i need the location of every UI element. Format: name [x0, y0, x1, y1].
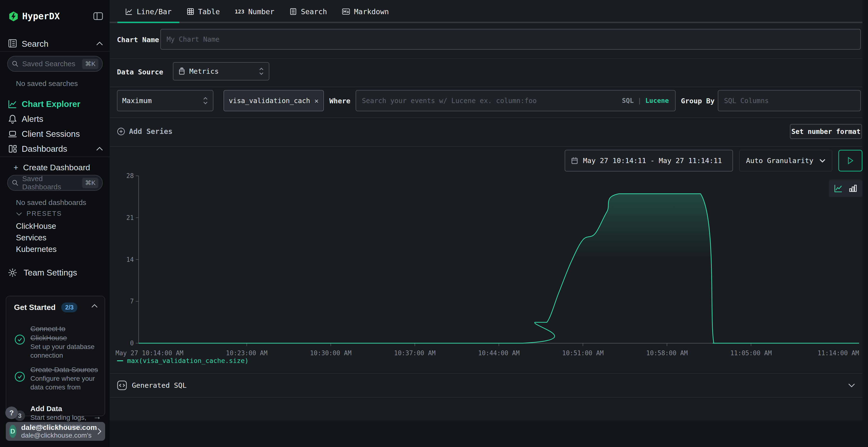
svg-text:10:37:00 AM: 10:37:00 AM	[394, 349, 435, 357]
brand-title: HyperDX	[22, 11, 60, 22]
svg-text:May 27 10:14:00 AM: May 27 10:14:00 AM	[116, 349, 184, 357]
markdown-icon	[342, 8, 350, 15]
generated-sql-row[interactable]: Generated SQL	[110, 373, 863, 398]
tab-search[interactable]: Search	[289, 0, 327, 23]
generated-sql-label: Generated SQL	[132, 381, 187, 389]
saved-dashboards-input[interactable]: Saved Dashboards ⌘K	[7, 175, 103, 191]
no-saved-searches-text: No saved searches	[16, 79, 78, 88]
preset-kubernetes[interactable]: Kubernetes	[16, 245, 57, 254]
sidebar-item-chart-explorer[interactable]: Chart Explorer	[0, 97, 110, 111]
tab-number[interactable]: 123 Number	[235, 0, 274, 23]
avatar: D	[9, 425, 17, 438]
plus-icon: +	[13, 163, 18, 172]
dashboards-grid-icon	[8, 144, 18, 153]
svg-text:10:30:00 AM: 10:30:00 AM	[310, 349, 351, 357]
svg-text:11:14:00 AM: 11:14:00 AM	[817, 349, 859, 357]
magnifier-icon	[11, 60, 19, 67]
shortcut-badge: ⌘K	[82, 178, 98, 188]
page-footer-area	[110, 421, 863, 447]
search-section-icon	[8, 38, 18, 48]
lang-separator: |	[638, 97, 641, 104]
dashboards-collapse-chevron-icon[interactable]	[96, 147, 103, 151]
svg-text:14: 14	[126, 256, 134, 263]
preset-services[interactable]: Services	[16, 233, 46, 242]
sidebar-item-alerts[interactable]: Alerts	[0, 112, 110, 126]
chart-name-input[interactable]	[160, 29, 861, 49]
divider	[110, 146, 863, 147]
sidebar-item-client-sessions[interactable]: Client Sessions	[0, 127, 110, 141]
app-root: HyperDX Search Saved Searches ⌘K No save…	[0, 0, 868, 447]
svg-text:11:05:00 AM: 11:05:00 AM	[730, 349, 772, 357]
remove-metric-icon[interactable]: ✕	[314, 97, 318, 105]
user-menu[interactable]: D dale@clickhouse.com dale@clickhouse.co…	[6, 422, 105, 441]
divider	[110, 117, 863, 118]
saved-dashboards-placeholder: Saved Dashboards	[22, 175, 82, 191]
svg-text:21: 21	[126, 214, 134, 221]
get-started-card: Get Started 2/3 Connect to ClickHouse Se…	[6, 296, 105, 416]
play-icon	[847, 157, 854, 165]
add-series-button[interactable]: Add Series	[117, 127, 173, 136]
svg-text:10:44:00 AM: 10:44:00 AM	[478, 349, 520, 357]
line-chart-icon	[8, 99, 18, 109]
get-started-collapse-chevron-icon[interactable]	[91, 304, 98, 308]
run-query-button[interactable]	[838, 150, 863, 171]
sidebar: HyperDX Search Saved Searches ⌘K No save…	[0, 0, 110, 447]
sidebar-divider	[0, 51, 110, 51]
chart-legend[interactable]: max(visa_validation_cache.size)	[117, 357, 249, 365]
user-email: dale@clickhouse.com	[21, 423, 97, 432]
saved-searches-placeholder: Saved Searches	[22, 60, 82, 68]
legend-line-swatch	[117, 360, 123, 361]
aggregation-select[interactable]: Maximum	[117, 90, 213, 111]
chart-name-label: Chart Name	[117, 36, 159, 44]
laptop-icon	[8, 129, 18, 139]
tab-line-bar[interactable]: Line/Bar	[125, 0, 172, 23]
chart-canvas[interactable]: 0714212810:23:00 AM10:30:00 AM10:37:00 A…	[110, 169, 863, 359]
calendar-icon	[571, 157, 578, 165]
sidebar-item-dashboards[interactable]: Dashboards	[0, 142, 110, 156]
help-button[interactable]: ?	[5, 407, 18, 419]
bell-icon	[8, 114, 18, 124]
group-by-input[interactable]	[718, 90, 861, 111]
preset-clickhouse[interactable]: ClickHouse	[16, 221, 56, 231]
hyperdx-logo-icon	[8, 11, 19, 22]
get-started-item-datasources[interactable]: Create Data Sources Configure where your…	[14, 365, 99, 391]
divider	[110, 58, 863, 59]
date-range-picker[interactable]: May 27 10:14:11 - May 27 11:14:11	[565, 150, 733, 171]
svg-text:10:23:00 AM: 10:23:00 AM	[226, 349, 268, 357]
get-started-item-connect[interactable]: Connect to ClickHouse Set up your databa…	[14, 324, 99, 360]
divider	[110, 87, 863, 87]
granularity-select[interactable]: Auto Granularity	[739, 150, 832, 171]
search-collapse-chevron-icon[interactable]	[96, 41, 103, 46]
chevron-right-icon	[97, 428, 102, 435]
data-source-label: Data Source	[117, 68, 163, 76]
data-source-select[interactable]: Metrics	[173, 62, 269, 80]
svg-text:10:58:00 AM: 10:58:00 AM	[646, 349, 688, 357]
lang-sql-toggle[interactable]: SQL	[622, 97, 633, 104]
where-input-wrap: SQL | Lucene	[355, 90, 676, 111]
set-number-format-button[interactable]: Set number format	[790, 124, 862, 139]
tab-table[interactable]: Table	[187, 0, 220, 23]
plus-circle-icon	[117, 128, 125, 136]
chevron-down-icon[interactable]	[848, 383, 855, 387]
svg-text:0: 0	[130, 340, 134, 347]
database-icon	[178, 67, 185, 75]
user-subtitle: dale@clickhouse.com's	[21, 432, 97, 439]
lang-lucene-toggle[interactable]: Lucene	[645, 97, 669, 104]
sidebar-collapse-icon[interactable]	[93, 11, 103, 21]
check-circle-icon	[14, 334, 25, 360]
where-label: Where	[329, 97, 350, 105]
sidebar-section-search[interactable]: Search	[22, 39, 49, 49]
tab-markdown[interactable]: Markdown	[342, 0, 389, 23]
chevron-down-icon	[16, 212, 22, 216]
saved-searches-input[interactable]: Saved Searches ⌘K	[7, 56, 103, 72]
sidebar-item-team-settings[interactable]: Team Settings	[8, 268, 77, 277]
chevron-down-icon	[819, 159, 826, 163]
presets-toggle[interactable]: PRESETS	[16, 210, 62, 217]
get-started-progress-badge: 2/3	[61, 303, 78, 312]
gear-icon	[8, 268, 18, 277]
create-dashboard-button[interactable]: + Create Dashboard	[13, 163, 90, 172]
code-icon	[117, 380, 127, 390]
metric-field-tag[interactable]: visa_validation_cach ✕	[223, 90, 324, 111]
select-chevrons-icon	[259, 67, 264, 75]
select-chevrons-icon	[203, 97, 208, 105]
